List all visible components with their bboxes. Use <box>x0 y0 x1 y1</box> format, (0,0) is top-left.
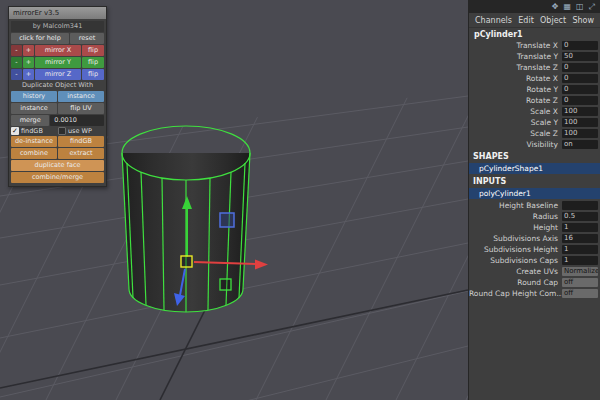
expand-icon[interactable]: ⤢ <box>589 0 595 13</box>
attr-label[interactable]: Scale Z <box>469 129 562 138</box>
mirror-z-plus-button[interactable]: + <box>23 69 34 80</box>
mirrorer-titlebar[interactable]: mirrorEr v3.5 <box>9 7 106 19</box>
channel-row: Round Cap off <box>469 277 600 288</box>
attr-label[interactable]: Scale Y <box>469 118 562 127</box>
attr-label[interactable]: Translate X <box>469 41 562 50</box>
attr-value-field[interactable]: 1 <box>562 256 598 265</box>
mirror-x-plus-button[interactable]: + <box>23 45 34 56</box>
channel-row: Round Cap Height Com... off <box>469 288 600 299</box>
menu-show[interactable]: Show <box>572 16 594 25</box>
mirror-z-button[interactable]: mirror Z <box>35 69 81 80</box>
channel-box-panel: ✥ ▦ ◫ ⤢ Channels Edit Object Show pCylin… <box>468 0 600 400</box>
attr-label[interactable]: Translate Z <box>469 63 562 72</box>
input-node-row[interactable]: polyCylinder1 <box>469 188 600 199</box>
attr-value-field[interactable]: 1 <box>562 245 598 254</box>
mirrorer-window[interactable]: mirrorEr v3.5 by Malcolm341 click for he… <box>8 6 107 187</box>
attr-label[interactable]: Rotate Y <box>469 85 562 94</box>
mirror-x-row: - + mirror X flip <box>11 45 104 56</box>
instance-blue-button[interactable]: instance <box>58 91 104 102</box>
selected-node-name[interactable]: pCylinder1 <box>469 28 600 40</box>
mirror-x-flip-button[interactable]: flip <box>82 45 104 56</box>
attr-value-field[interactable] <box>562 201 598 210</box>
attr-label[interactable]: Round Cap <box>469 278 562 287</box>
combine-button[interactable]: combine <box>11 148 57 159</box>
attr-value-field[interactable]: 0.5 <box>562 212 598 221</box>
findgb-checkbox[interactable]: ✓ findGB <box>11 127 57 135</box>
attr-label[interactable]: Height Baseline <box>469 201 562 210</box>
attr-label[interactable]: Radius <box>469 212 562 221</box>
channel-box-icon[interactable]: ◫ <box>576 0 584 13</box>
attr-label[interactable]: Scale X <box>469 107 562 116</box>
mirror-y-plus-button[interactable]: + <box>23 57 34 68</box>
menu-channels[interactable]: Channels <box>475 16 512 25</box>
usewp-checkbox[interactable]: use WP <box>58 127 104 135</box>
attr-label[interactable]: Translate Y <box>469 52 562 61</box>
de-instance-button[interactable]: de-instance <box>11 136 57 147</box>
attr-value-field[interactable]: 16 <box>562 234 598 243</box>
findgb-button[interactable]: findGB <box>58 136 104 147</box>
help-button[interactable]: click for help <box>11 33 69 44</box>
attr-label[interactable]: Subdivisions Height <box>469 245 562 254</box>
instance-button[interactable]: instance <box>11 103 57 114</box>
shape-node-row[interactable]: pCylinderShape1 <box>469 163 600 174</box>
attr-value-field[interactable]: 100 <box>562 107 598 116</box>
attr-value-field[interactable]: 50 <box>562 52 598 61</box>
mirror-y-minus-button[interactable]: - <box>11 57 22 68</box>
channel-row: Scale Z 100 <box>469 128 600 139</box>
usewp-checkbox-label: use WP <box>68 127 92 135</box>
attr-value-field[interactable]: 100 <box>562 118 598 127</box>
attr-value-field[interactable]: 0 <box>562 85 598 94</box>
manip-center-handle[interactable] <box>181 256 192 267</box>
create-uvs-dropdown[interactable]: Normalize ... <box>562 267 598 276</box>
attr-label[interactable]: Height <box>469 223 562 232</box>
mirror-z-minus-button[interactable]: - <box>11 69 22 80</box>
tool-settings-icon[interactable]: ✥ <box>552 0 559 13</box>
extract-button[interactable]: extract <box>58 148 104 159</box>
menu-object[interactable]: Object <box>540 16 566 25</box>
channel-row: Radius 0.5 <box>469 211 600 222</box>
attr-value-field[interactable]: 0 <box>562 41 598 50</box>
flip-uv-button[interactable]: flip UV <box>58 103 104 114</box>
inputs-header: INPUTS <box>469 175 600 187</box>
merge-threshold-field[interactable]: 0.0010 <box>50 115 104 126</box>
mirror-x-minus-button[interactable]: - <box>11 45 22 56</box>
attr-label[interactable]: Visibility <box>469 140 562 149</box>
byline-button[interactable]: by Malcolm341 <box>11 21 104 32</box>
merge-button[interactable]: merge <box>11 115 49 126</box>
attr-value-field[interactable]: 1 <box>562 223 598 232</box>
attr-label[interactable]: Subdivisions Axis <box>469 234 562 243</box>
reset-button[interactable]: reset <box>70 33 104 44</box>
attr-value-field[interactable]: 100 <box>562 129 598 138</box>
combine-merge-button[interactable]: combine/merge <box>11 172 104 183</box>
round-cap-dropdown[interactable]: off <box>562 278 598 287</box>
blue-plane-handle[interactable] <box>220 213 234 227</box>
attr-value-field[interactable]: on <box>562 140 598 149</box>
channel-row: Visibility on <box>469 139 600 150</box>
panel-toolbar: ✥ ▦ ◫ ⤢ <box>469 0 600 13</box>
channel-row: Subdivisions Axis 16 <box>469 233 600 244</box>
menu-edit[interactable]: Edit <box>518 16 534 25</box>
duplicate-section-label: Duplicate Object With <box>11 81 104 90</box>
attr-value-field[interactable]: 0 <box>562 63 598 72</box>
mirror-z-flip-button[interactable]: flip <box>82 69 104 80</box>
duplicate-face-button[interactable]: duplicate face <box>11 160 104 171</box>
mirror-x-button[interactable]: mirror X <box>35 45 81 56</box>
channel-row: Subdivisions Height 1 <box>469 244 600 255</box>
attr-value-field[interactable]: 0 <box>562 96 598 105</box>
attr-label[interactable]: Create UVs <box>469 267 562 276</box>
attr-value-field[interactable]: 0 <box>562 74 598 83</box>
history-button[interactable]: history <box>11 91 57 102</box>
attr-label[interactable]: Round Cap Height Com... <box>469 289 562 298</box>
mirror-y-button[interactable]: mirror Y <box>35 57 81 68</box>
attribute-editor-icon[interactable]: ▦ <box>563 0 571 13</box>
checkbox-check-icon[interactable]: ✓ <box>11 127 19 135</box>
attr-label[interactable]: Subdivisions Caps <box>469 256 562 265</box>
attr-label[interactable]: Rotate Z <box>469 96 562 105</box>
green-plane-handle[interactable] <box>220 279 231 290</box>
attr-label[interactable]: Rotate X <box>469 74 562 83</box>
round-cap-height-dropdown[interactable]: off <box>562 289 598 298</box>
mirror-y-flip-button[interactable]: flip <box>82 57 104 68</box>
channel-box-menubar: Channels Edit Object Show <box>469 13 600 28</box>
channel-row: Rotate Y 0 <box>469 84 600 95</box>
checkbox-empty-icon[interactable] <box>58 127 66 135</box>
